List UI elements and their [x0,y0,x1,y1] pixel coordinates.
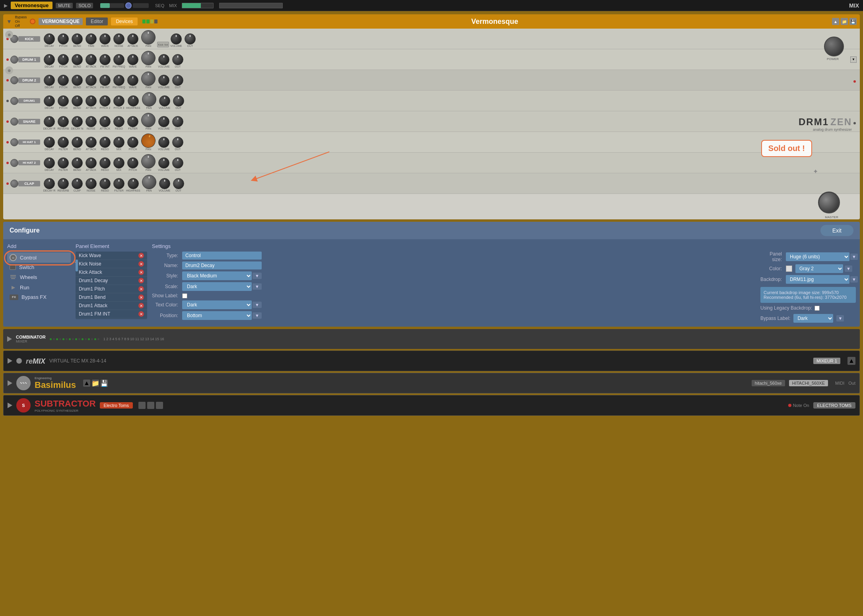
hihat2-trig-knob[interactable] [10,159,18,167]
remove-kick-wave-btn[interactable]: ✕ [138,253,144,258]
snare-filter-knob[interactable] [127,116,138,127]
clap-decayr-knob[interactable] [44,178,55,189]
subtractor-scroll[interactable] [138,402,146,409]
drum2-fmfreq-knob[interactable] [113,75,124,86]
d1m-highpass-knob[interactable] [128,95,139,107]
kick-out-knob[interactable] [185,33,196,45]
drum1-pan-knob[interactable] [141,51,155,65]
expand-top-btn[interactable]: ⊕ [5,31,13,39]
hh1-mix-knob[interactable] [113,137,124,148]
snare-pan-knob[interactable] [141,113,155,127]
add-item-run[interactable]: ▶ Run [7,282,71,293]
basimilus-scroll-up[interactable]: ▲ [83,380,90,387]
d1m-bend-knob[interactable] [72,95,83,107]
snare-attack-knob[interactable] [99,116,111,127]
remove-drum1-bend-btn[interactable]: ✕ [138,294,144,300]
position-arrow-btn[interactable]: ▼ [253,312,262,319]
hh1-pan-knob[interactable] [140,132,157,149]
drum1-decay-knob[interactable] [44,54,55,65]
remix-scroll-btn[interactable]: ▲ [847,357,855,365]
color-arrow-btn[interactable]: ▼ [845,265,852,272]
show-label-checkbox[interactable] [182,293,187,298]
panel-item-kick-noise[interactable]: Kick Noise ✕ [76,260,147,268]
panel-size-arrow-btn[interactable]: ▼ [850,254,858,260]
snare-decayn-knob[interactable] [72,116,83,127]
basimilus-folder[interactable]: 📁 [92,380,99,387]
snare-reverb-knob[interactable] [58,116,69,127]
add-item-bypass-fx[interactable]: FX Bypass FX [7,293,71,302]
d1m-pitch-knob[interactable] [58,95,69,107]
style-select[interactable]: Black Medium Black Small Black Large [182,271,252,280]
kick-pitch-knob[interactable] [58,33,69,45]
panel-item-drum1-bend[interactable]: Drum1 Bend ✕ [76,293,147,302]
clap-reverb-knob[interactable] [58,178,69,189]
legacy-checkbox[interactable] [814,306,820,311]
d1m-pitch3-knob[interactable] [113,95,124,107]
name-input[interactable] [182,262,262,269]
drum2-trig-knob[interactable] [10,76,18,84]
scale-arrow-btn[interactable]: ▼ [253,283,262,290]
drum1-fmint-knob[interactable] [99,54,111,65]
drum1-dropdown[interactable]: ▼ [850,56,857,63]
panel-item-kick-attack[interactable]: Kick Attack ✕ [76,268,147,277]
clap-pan-knob[interactable] [142,175,156,189]
subtractor-folder[interactable] [147,402,154,409]
scroll-up-btn[interactable]: ▲ [832,18,839,25]
add-item-wheels[interactable]: Wheels [7,272,71,282]
position-select[interactable]: Bottom Top Left Right [182,311,252,320]
snare-volume-knob[interactable] [158,116,169,127]
d1m-out-knob[interactable] [173,95,184,107]
hh2-pitch-knob[interactable] [127,157,138,169]
add-item-control[interactable]: ○ Control [7,252,71,263]
hh1-decay-knob[interactable] [44,137,55,148]
kick-noise-knob[interactable] [113,33,124,45]
drum2-pitch-knob[interactable] [58,75,69,86]
drum2-attack-knob[interactable] [86,75,97,86]
panel-size-select[interactable]: Huge (6 units) Large (4 units) Medium (2… [786,252,849,261]
drum2-volume-knob[interactable] [158,75,169,86]
remix-expand-btn[interactable] [8,358,12,364]
panel-item-drum1-fmint[interactable]: Drum1 FM INT ✕ [76,310,147,318]
panel-item-drum1-fmfreq[interactable]: Drum1 FM Freq ✕ [76,318,147,319]
backdrop-arrow-btn[interactable]: ▼ [850,276,858,283]
snare-decayr-knob[interactable] [44,116,55,127]
expand-bottom-btn[interactable]: ⊕ [5,66,13,74]
basimilus-expand-btn[interactable] [8,380,12,386]
play-icon[interactable]: ▶ [4,3,8,8]
panel-item-kick-wave[interactable]: Kick Wave ✕ [76,252,147,260]
d1m-decay-knob[interactable] [44,95,55,107]
drum2-wave-knob[interactable] [127,75,138,86]
snare-out-knob[interactable] [172,116,183,127]
hh2-out-knob[interactable] [172,157,183,169]
devices-tab[interactable]: Devices [111,17,138,25]
panel-item-drum1-attack[interactable]: Drum1 Attack ✕ [76,302,147,310]
hh1-out-knob[interactable] [172,137,183,148]
snare-trig-knob[interactable] [10,118,18,126]
hh1-filter-knob[interactable] [58,137,69,148]
snare-reso-knob[interactable] [113,116,124,127]
drum1-out-knob[interactable] [172,54,183,65]
panel-item-drum1-pitch[interactable]: Drum1 Pitch ✕ [76,285,147,293]
type-input[interactable] [182,252,262,260]
hh2-volume-knob[interactable] [158,157,169,169]
hh1-bend-knob[interactable] [72,137,83,148]
kick-decay-knob[interactable] [44,33,55,45]
kick-bend-knob[interactable] [72,33,83,45]
hh2-attack-knob[interactable] [86,157,97,169]
drum1multi-trig-knob[interactable] [10,97,18,105]
hh2-pan-knob[interactable] [141,154,155,169]
clap-clap-knob[interactable] [72,178,83,189]
drum1-attack-knob[interactable] [86,54,97,65]
drum1-volume-knob[interactable] [158,54,169,65]
drum1-bend-knob[interactable] [72,54,83,65]
hh1-pitch-knob[interactable] [127,137,138,148]
clap-filter-knob[interactable] [113,178,124,189]
hh1-attack-knob[interactable] [86,137,97,148]
d1m-attack-knob[interactable] [86,95,97,107]
clap-trig-knob[interactable] [10,180,18,188]
hh2-mix-knob[interactable] [113,157,124,169]
bypass-label-arrow-btn[interactable]: ▼ [836,315,844,322]
drum1-pitch-knob[interactable] [58,54,69,65]
style-arrow-btn[interactable]: ▼ [253,273,262,279]
kick-volume-knob[interactable] [171,33,182,45]
